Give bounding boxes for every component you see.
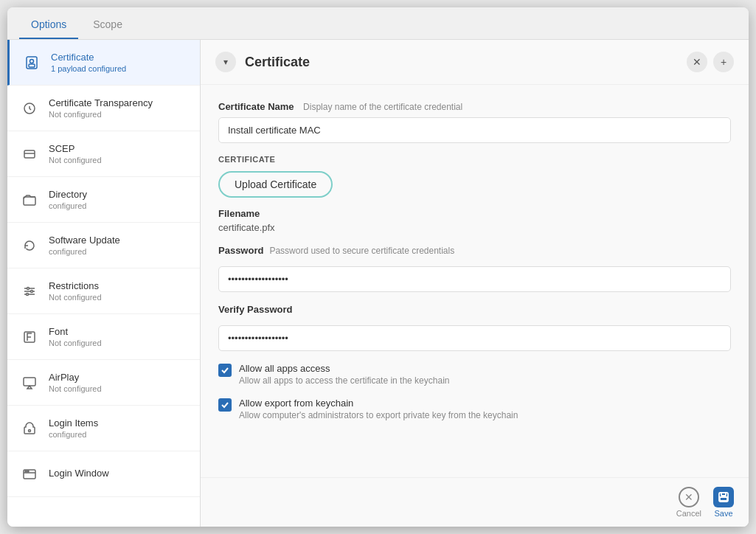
- allow-all-apps-checkbox[interactable]: [218, 364, 232, 377]
- save-icon: [713, 487, 734, 507]
- sidebar: Certificate 1 payload configured Certifi…: [7, 40, 201, 527]
- restrictions-icon: [19, 281, 40, 302]
- close-button[interactable]: ✕: [687, 52, 707, 72]
- directory-status: configured: [49, 201, 87, 210]
- upload-certificate-button[interactable]: Upload Certificate: [218, 171, 333, 198]
- font-name: Font: [49, 326, 102, 337]
- save-label: Save: [714, 509, 732, 518]
- cert-transparency-status: Not configured: [49, 110, 153, 119]
- save-button[interactable]: Save: [713, 487, 734, 518]
- cert-transparency-icon: [19, 98, 40, 119]
- certificate-icon: [21, 52, 42, 73]
- verify-password-wrap: Verify Password: [218, 304, 731, 351]
- svg-point-10: [27, 287, 30, 289]
- cert-transparency-name: Certificate Transparency: [49, 97, 153, 108]
- allow-export-label: Allow export from keychain: [239, 398, 518, 409]
- close-icon: ✕: [693, 56, 701, 68]
- scep-status: Not configured: [49, 156, 102, 164]
- directory-icon: [19, 190, 40, 210]
- right-panel: ▾ Certificate ✕ + Certificate Name Di: [201, 40, 749, 527]
- directory-name: Directory: [49, 189, 87, 200]
- software-update-text: Software Update configured: [49, 235, 120, 256]
- airplay-icon: [19, 372, 40, 393]
- panel-header: ▾ Certificate ✕ +: [201, 40, 749, 85]
- verify-password-input[interactable]: [218, 325, 731, 351]
- password-input[interactable]: [218, 266, 731, 292]
- svg-rect-21: [721, 493, 726, 496]
- filename-label: Filename: [218, 208, 731, 219]
- sidebar-item-login-window[interactable]: Login Window: [7, 451, 200, 497]
- top-tabs: Options Scope: [7, 7, 749, 40]
- bottom-action-bar: ✕ Cancel Save: [201, 477, 749, 527]
- font-text: Font Not configured: [49, 326, 102, 347]
- tab-scope[interactable]: Scope: [81, 11, 134, 39]
- certificate-text: Certificate 1 payload configured: [51, 52, 126, 73]
- software-update-name: Software Update: [49, 235, 120, 246]
- restrictions-name: Restrictions: [49, 280, 102, 291]
- login-window-name: Login Window: [49, 468, 109, 479]
- password-sublabel: Password used to secure certificate cred…: [269, 246, 454, 256]
- sidebar-item-software-update[interactable]: Software Update configured: [7, 223, 200, 268]
- panel-body: Certificate Name Display name of the cer…: [201, 85, 749, 477]
- svg-point-19: [27, 471, 29, 472]
- font-status: Not configured: [49, 339, 102, 347]
- login-items-status: configured: [49, 430, 98, 439]
- certificate-name-label: Certificate Name: [218, 101, 294, 112]
- airplay-name: AirPlay: [49, 372, 102, 383]
- sidebar-item-font[interactable]: Font Not configured: [7, 314, 200, 360]
- cancel-icon: ✕: [679, 487, 699, 507]
- panel-dropdown-button[interactable]: ▾: [215, 52, 236, 72]
- allow-all-apps-label: Allow all apps access: [239, 363, 449, 374]
- filename-value: certificate.pfx: [218, 222, 731, 233]
- certificate-name: Certificate: [51, 52, 126, 63]
- airplay-status: Not configured: [49, 384, 102, 393]
- login-window-text: Login Window: [49, 468, 109, 480]
- allow-export-checkbox[interactable]: [218, 398, 232, 412]
- restrictions-status: Not configured: [49, 293, 102, 302]
- allow-export-text: Allow export from keychain Allow compute…: [239, 398, 518, 420]
- sidebar-item-airplay[interactable]: AirPlay Not configured: [7, 360, 200, 406]
- certificate-section-title: CERTIFICATE: [218, 155, 731, 164]
- verify-password-label: Verify Password: [218, 304, 292, 315]
- login-items-icon: [19, 418, 40, 439]
- restrictions-text: Restrictions Not configured: [49, 280, 102, 302]
- cert-transparency-text: Certificate Transparency Not configured: [49, 97, 153, 119]
- panel-header-actions: ✕ +: [687, 52, 734, 72]
- svg-rect-4: [24, 150, 35, 158]
- sidebar-item-login-items[interactable]: Login Items configured: [7, 406, 200, 451]
- svg-point-18: [25, 471, 27, 472]
- certificate-name-input[interactable]: [218, 117, 731, 143]
- svg-rect-1: [29, 64, 35, 67]
- font-icon: [19, 327, 40, 347]
- sidebar-item-directory[interactable]: Directory configured: [7, 177, 200, 223]
- sidebar-item-certificate[interactable]: Certificate 1 payload configured: [7, 40, 200, 86]
- allow-all-apps-desc: Allow all apps to access the certificate…: [239, 375, 449, 386]
- main-window: Options Scope Certificate 1 payload conf…: [7, 7, 749, 527]
- add-button[interactable]: +: [713, 52, 734, 72]
- scep-name: SCEP: [49, 143, 102, 154]
- login-items-name: Login Items: [49, 417, 98, 429]
- svg-rect-14: [24, 378, 35, 386]
- login-items-text: Login Items configured: [49, 417, 98, 439]
- svg-rect-6: [24, 197, 35, 205]
- allow-export-row: Allow export from keychain Allow compute…: [218, 398, 731, 420]
- sidebar-item-cert-transparency[interactable]: Certificate Transparency Not configured: [7, 86, 200, 131]
- airplay-text: AirPlay Not configured: [49, 372, 102, 393]
- certificate-status: 1 payload configured: [51, 64, 126, 73]
- sidebar-item-restrictions[interactable]: Restrictions Not configured: [7, 268, 200, 314]
- software-update-icon: [19, 235, 40, 256]
- certificate-name-sublabel: Display name of the certificate credenti…: [303, 102, 462, 112]
- tab-options[interactable]: Options: [19, 11, 78, 39]
- software-update-status: configured: [49, 247, 120, 256]
- svg-point-12: [27, 293, 29, 295]
- panel-title: Certificate: [245, 55, 687, 70]
- allow-all-apps-text: Allow all apps access Allow all apps to …: [239, 363, 449, 386]
- certificate-name-field: Certificate Name Display name of the cer…: [218, 100, 731, 143]
- directory-text: Directory configured: [49, 189, 87, 210]
- svg-point-11: [31, 290, 33, 292]
- svg-rect-22: [720, 497, 727, 501]
- cancel-label: Cancel: [676, 509, 701, 518]
- allow-all-apps-row: Allow all apps access Allow all apps to …: [218, 363, 731, 386]
- sidebar-item-scep[interactable]: SCEP Not configured: [7, 131, 200, 177]
- cancel-button[interactable]: ✕ Cancel: [676, 487, 701, 518]
